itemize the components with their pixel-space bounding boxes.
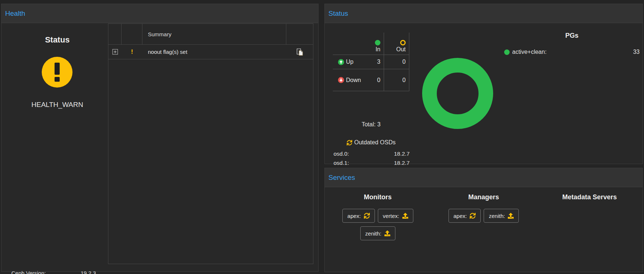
- osd-label: osd.1:: [334, 160, 349, 166]
- osd-in-header: In: [365, 33, 384, 55]
- in-dot-icon: [375, 40, 380, 45]
- monitor-badge-vertex[interactable]: vertex:: [378, 209, 413, 223]
- services-panel-header: Services: [325, 168, 643, 187]
- ceph-version-label: Ceph Version:: [11, 270, 46, 274]
- osd-total: Total: 3: [333, 121, 409, 128]
- row-expander[interactable]: [108, 49, 122, 55]
- up-label: Up: [346, 59, 353, 65]
- monitor-badge-zenith[interactable]: zenith:: [360, 226, 395, 240]
- badge-label: apex:: [347, 213, 361, 219]
- osd-down-in-value: 0: [365, 69, 384, 91]
- managers-column: Managers apex: zenith:: [431, 193, 536, 240]
- refresh-icon: [347, 140, 352, 145]
- pgs-donut-chart: [422, 58, 493, 129]
- outdated-osd-row: osd.0: 18.2.7: [334, 149, 410, 158]
- copy-icon: [296, 48, 304, 56]
- down-circle-icon: [338, 77, 344, 83]
- osd-up-out-value: 0: [384, 55, 409, 69]
- status-panel: Status In Out Up 3 0 Down 0 0: [324, 4, 643, 164]
- metadata-servers-heading: Metadata Servers: [562, 193, 617, 201]
- summary-table-header: Summary: [108, 23, 313, 45]
- manager-badge-zenith[interactable]: zenith:: [484, 209, 519, 223]
- osd-down-out-value: 0: [384, 69, 409, 91]
- badge-label: apex:: [454, 213, 467, 219]
- severity-column-header: [122, 24, 142, 44]
- out-ring-icon: [400, 40, 406, 45]
- health-status-value: HEALTH_WARN: [1, 101, 113, 109]
- health-warning-icon: [42, 57, 72, 88]
- actions-column-header: [286, 24, 313, 44]
- upload-icon: [508, 213, 514, 219]
- outdated-osds-title: Outdated OSDs: [333, 139, 409, 146]
- metadata-servers-column: Metadata Servers: [537, 193, 643, 240]
- osd-down-row-label: Down: [333, 69, 365, 91]
- status-panel-title: Status: [328, 10, 348, 18]
- pgs-section: PGs active+clean: 33: [504, 32, 640, 55]
- health-panel-header: Health: [1, 4, 318, 23]
- upload-icon: [402, 213, 408, 219]
- managers-heading: Managers: [468, 193, 499, 201]
- pgs-title: PGs: [504, 32, 640, 40]
- health-status-heading: Status: [1, 35, 113, 45]
- services-panel-title: Services: [328, 174, 355, 182]
- osd-up-row-label: Up: [333, 55, 365, 69]
- osd-state-table: In Out Up 3 0 Down 0 0: [333, 33, 409, 91]
- osd-out-header: Out: [384, 33, 409, 55]
- monitors-heading: Monitors: [364, 193, 392, 201]
- outdated-osd-row: osd.1: 18.2.7: [334, 158, 410, 167]
- badge-label: zenith:: [365, 230, 381, 237]
- manager-badge-apex[interactable]: apex:: [448, 209, 481, 223]
- ceph-version-value: 19.2.3: [81, 270, 96, 274]
- down-label: Down: [346, 77, 361, 84]
- outdated-osds-label: Outdated OSDs: [354, 139, 396, 146]
- monitors-column: Monitors apex: vertex: zenith:: [325, 193, 431, 240]
- osd-up-in-value: 3: [365, 55, 384, 69]
- badge-label: vertex:: [383, 213, 399, 219]
- copy-button[interactable]: [286, 48, 313, 56]
- legend-dot-icon: [504, 49, 510, 55]
- in-header-label: In: [376, 46, 380, 53]
- refresh-icon: [364, 213, 370, 219]
- expand-plus-icon: [112, 49, 118, 55]
- up-circle-icon: [338, 59, 344, 65]
- expand-column-header: [108, 24, 122, 44]
- legend-label: active+clean:: [512, 49, 547, 55]
- health-panel: Health Status HEALTH_WARN Ceph Version: …: [1, 4, 319, 272]
- warning-exclamation-dot: [55, 77, 60, 82]
- summary-cell: noout flag(s) set: [142, 49, 286, 55]
- legend-value: 33: [633, 49, 640, 55]
- osd-label: osd.0:: [334, 151, 349, 157]
- health-panel-title: Health: [5, 10, 25, 18]
- health-summary-table: Summary ! noout flag(s) set: [108, 23, 313, 264]
- pgs-legend-row: active+clean: 33: [504, 49, 640, 55]
- refresh-icon: [470, 213, 476, 219]
- osd-version: 18.2.7: [394, 160, 410, 166]
- summary-table-row[interactable]: ! noout flag(s) set: [108, 45, 313, 59]
- osd-version: 18.2.7: [394, 151, 410, 157]
- warning-exclamation-bar: [55, 63, 60, 75]
- out-header-label: Out: [396, 46, 406, 53]
- warning-severity-icon: !: [122, 48, 142, 56]
- summary-column-header[interactable]: Summary: [142, 24, 286, 44]
- osd-table-corner-cell: [333, 33, 365, 55]
- upload-icon: [384, 230, 390, 236]
- badge-label: zenith:: [489, 213, 505, 219]
- monitor-badge-apex[interactable]: apex:: [342, 209, 375, 223]
- services-panel: Services Monitors apex: vertex:: [324, 168, 643, 272]
- ceph-version-row: Ceph Version: 19.2.3: [11, 270, 96, 274]
- status-panel-header: Status: [325, 4, 643, 23]
